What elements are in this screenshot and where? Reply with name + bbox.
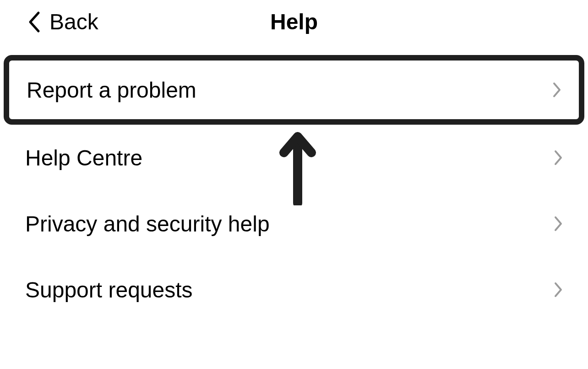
menu-item-report-problem[interactable]: Report a problem: [4, 55, 584, 125]
chevron-right-icon: [554, 281, 563, 298]
chevron-right-icon: [552, 82, 561, 98]
help-menu-list: Report a problem Help Centre Privacy and…: [0, 55, 588, 323]
page-title: Help: [270, 9, 318, 34]
chevron-right-icon: [554, 149, 563, 166]
menu-item-label: Help Centre: [25, 145, 142, 171]
menu-item-label: Support requests: [25, 277, 193, 303]
menu-item-privacy-security[interactable]: Privacy and security help: [0, 191, 588, 257]
back-label: Back: [49, 9, 98, 34]
back-button[interactable]: Back: [27, 9, 98, 34]
chevron-right-icon: [554, 215, 563, 232]
menu-item-support-requests[interactable]: Support requests: [0, 257, 588, 323]
menu-item-label: Privacy and security help: [25, 211, 270, 237]
menu-item-label: Report a problem: [27, 77, 196, 103]
menu-item-help-centre[interactable]: Help Centre: [0, 125, 588, 191]
header: Back Help: [0, 0, 588, 41]
chevron-left-icon: [27, 11, 41, 33]
